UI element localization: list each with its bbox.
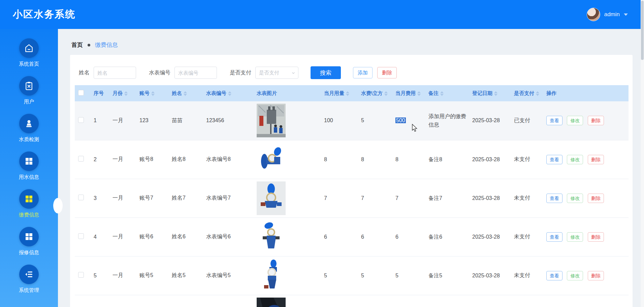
view-button[interactable]: 查看 [546,116,562,125]
cell-price: 5 [358,256,392,295]
sort-icons[interactable] [228,91,231,96]
cell-account: 账号5 [136,256,168,295]
cell-no [90,295,109,307]
search-button[interactable]: 搜索 [311,66,341,79]
delete-row-button[interactable]: 删除 [588,194,604,203]
sort-icons[interactable] [346,91,349,96]
delete-row-button[interactable]: 删除 [588,232,604,242]
col-month[interactable]: 月份 [109,85,136,101]
cell-price: 8 [358,140,392,179]
cell-date: 2025-03-28 [469,140,511,179]
paid-filter-select[interactable]: 是否支付 [255,67,298,79]
delete-row-button[interactable]: 删除 [588,271,604,280]
cell-remark: 备注8 [425,140,469,179]
cell-name: 苗苗 [168,101,203,140]
edit-button[interactable]: 修改 [567,116,583,125]
cell-meter-no: 水表编号8 [203,140,253,179]
name-filter-input[interactable] [94,67,136,79]
vertical-scrollbar [641,0,644,307]
sidebar-item-label: 缴费信息 [19,212,39,218]
sidebar-item-payment-info[interactable]: 缴费信息 [0,188,58,226]
cell-paid: 未支付 [511,140,543,179]
user-menu[interactable]: admin [587,8,628,21]
sidebar-item-water-quality[interactable]: 水质检测 [0,112,58,150]
sidebar-item-water-usage[interactable]: 用水信息 [0,150,58,188]
edit-button[interactable]: 修改 [567,232,583,242]
cell-no: 2 [90,140,109,179]
grid-icon [19,151,39,171]
table-row: 3 一月 账号7 姓名7 水表编号7 [75,179,629,217]
sort-icons[interactable] [124,91,128,96]
cell-name: 姓名5 [168,256,203,295]
cell-remark: 备注5 [425,256,469,295]
cell-no: 5 [90,256,109,295]
sidebar-item-label: 系统管理 [19,287,39,294]
table-row-partial [75,295,629,307]
sort-icons[interactable] [440,91,444,96]
cell-no: 1 [90,101,109,140]
select-all-checkbox[interactable] [78,90,84,96]
sort-icons[interactable] [494,91,497,96]
col-no: 序号 [90,85,109,101]
col-account[interactable]: 账号 [136,85,168,101]
cell-remark: 备注7 [425,179,469,217]
cell-date: 2025-03-28 [469,256,511,295]
col-remark[interactable]: 备注 [425,85,469,101]
table-row: 4 一月 账号6 姓名6 水表编号6 [75,217,629,256]
row-checkbox[interactable] [78,195,84,200]
row-checkbox[interactable] [78,272,84,278]
scrollbar-thumb[interactable] [641,1,644,60]
breadcrumb: 首页 缴费信息 [58,29,641,49]
delete-row-button[interactable]: 删除 [588,155,604,164]
avatar[interactable] [587,8,600,21]
add-button[interactable]: 添加 [353,67,373,78]
col-usage[interactable]: 当月用量 [321,85,358,101]
delete-row-button[interactable]: 删除 [588,116,604,125]
sidebar-item-home[interactable]: 系统首页 [0,37,58,75]
col-meter-no[interactable]: 水表编号 [203,85,253,101]
sort-icons[interactable] [384,91,388,96]
cell-name: 姓名6 [168,217,203,256]
view-button[interactable]: 查看 [546,194,562,203]
sidebar-item-users[interactable]: 用户 [0,75,58,112]
col-price[interactable]: 水费\立方 [358,85,392,101]
edit-button[interactable]: 修改 [567,155,583,164]
cell-no: 3 [90,179,109,217]
cell-name: 姓名7 [168,179,203,217]
view-button[interactable]: 查看 [546,232,562,242]
sort-icons[interactable] [536,91,539,96]
sort-icons[interactable] [184,91,187,96]
person-icon [19,114,39,133]
sidebar-item-repair-info[interactable]: 报修信息 [0,226,58,263]
sidebar-item-label: 报修信息 [19,249,39,256]
select-all-checkbox-cell [75,85,90,101]
col-date[interactable]: 登记日期 [469,85,511,101]
cell-meter-no: 123456 [203,101,253,140]
cell-paid: 未支付 [511,179,543,217]
sidebar-item-system-admin[interactable]: 系统管理 [0,263,58,301]
col-paid[interactable]: 是否支付 [511,85,543,101]
cell-account [136,295,168,307]
grid-icon [19,189,39,209]
view-button[interactable]: 查看 [546,155,562,164]
cell-date [469,295,511,307]
meter-image [257,181,286,215]
col-name[interactable]: 姓名 [168,85,203,101]
view-button[interactable]: 查看 [546,271,562,280]
edit-button[interactable]: 修改 [567,194,583,203]
col-fee[interactable]: 当月费用 [392,85,425,101]
clipboard-x-icon [19,76,39,96]
breadcrumb-current[interactable]: 缴费信息 [95,41,118,49]
cell-usage: 5 [321,256,358,295]
sort-icons[interactable] [151,91,155,96]
meter-filter-input[interactable] [174,67,217,79]
delete-button[interactable]: 删除 [377,67,397,78]
row-checkbox[interactable] [78,117,84,123]
edit-button[interactable]: 修改 [567,271,583,280]
chevron-down-icon [292,71,295,75]
row-checkbox[interactable] [78,233,84,239]
cell-fee: 5 [392,256,425,295]
meter-image-industrial [257,104,286,137]
row-checkbox[interactable] [78,156,84,162]
sort-icons[interactable] [417,91,421,96]
